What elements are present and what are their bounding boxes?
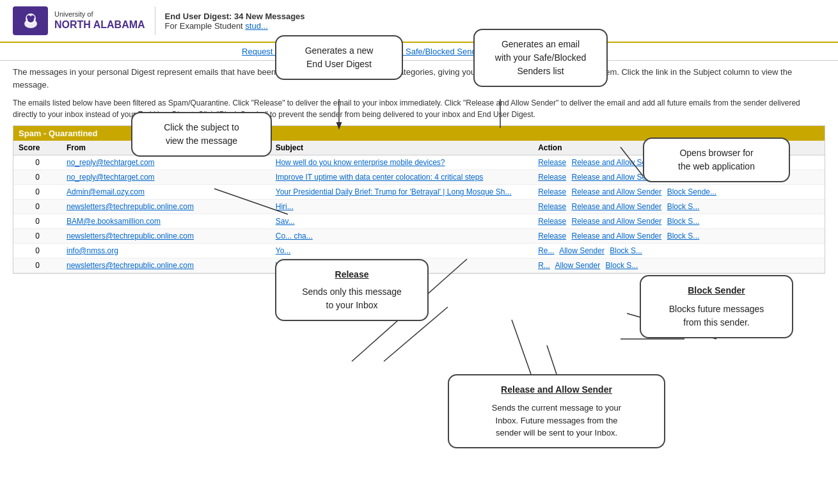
- logo-text: University of NORTH ALABAMA: [54, 10, 145, 32]
- opens-browser-text: Opens browser forthe web application: [678, 148, 755, 171]
- block-sender-text: Blocks future messagesfrom this sender.: [651, 303, 782, 329]
- action-cell: R... Allow Sender Block S...: [533, 258, 825, 273]
- from-link[interactable]: newsletters@techrepublic.online.com: [67, 232, 194, 240]
- score-cell: 0: [13, 170, 61, 185]
- release-allow-text: Sends the current message to yourInbox. …: [459, 402, 654, 439]
- score-cell: 0: [13, 229, 61, 244]
- release-allow-link[interactable]: Release and Allow Sender: [572, 202, 662, 211]
- from-link[interactable]: info@nmss.org: [67, 246, 118, 255]
- generates-new-callout: Generates a newEnd User Digest: [275, 35, 403, 80]
- action-cell: Release Release and Allow Sender Block S…: [533, 229, 825, 244]
- release-allow-link[interactable]: Release and Allow Sender: [572, 217, 662, 226]
- from-cell: Admin@email.ozy.com: [61, 185, 271, 200]
- subject-cell: Your Presidential Daily Brief: Trump for…: [271, 185, 533, 200]
- score-cell: 0: [13, 155, 61, 170]
- table-row: 0Admin@email.ozy.comYour Presidential Da…: [13, 185, 825, 200]
- header-info: End User Digest: 34 New Messages For Exa…: [165, 12, 305, 31]
- from-cell: newsletters@techrepublic.online.com: [61, 258, 271, 273]
- digest-sub: For Example Student stud...: [165, 21, 305, 31]
- score-cell: 0: [13, 185, 61, 200]
- subject-cell: Yo...: [271, 244, 533, 258]
- subject-cell: Improve IT uptime with data center coloc…: [271, 170, 533, 185]
- opens-browser-callout: Opens browser forthe web application: [643, 138, 790, 182]
- subject-link[interactable]: How well do you know enterprise mobile d…: [276, 158, 445, 167]
- col-score: Score: [13, 141, 61, 155]
- score-cell: 0: [13, 200, 61, 214]
- release-link[interactable]: Release: [538, 158, 566, 167]
- subject-link[interactable]: Sav...: [276, 217, 295, 226]
- svg-line-13: [512, 320, 531, 374]
- generates-email-text: Generates an emailwith your Safe/Blocked…: [495, 39, 586, 76]
- action-cell: Re... Allow Sender Block S...: [533, 244, 825, 258]
- release-allow-link[interactable]: Release and Allow Sender: [572, 187, 662, 196]
- svg-line-12: [547, 345, 557, 374]
- release-title: Release: [287, 268, 417, 281]
- release-allow-link[interactable]: Release and Allow Sender: [572, 232, 662, 240]
- table-row: 0newsletters@techrepublic.online.comCo..…: [13, 229, 825, 244]
- from-cell: no_reply@techtarget.com: [61, 170, 271, 185]
- from-link[interactable]: Admin@email.ozy.com: [67, 187, 145, 196]
- release-link[interactable]: Release: [538, 173, 566, 182]
- from-cell: BAM@e.booksamillion.com: [61, 214, 271, 229]
- action-cell: Release Release and Allow Sender Block S…: [533, 200, 825, 214]
- subject-link[interactable]: Your Presidential Daily Brief: Trump for…: [276, 187, 512, 196]
- release-link[interactable]: Re...: [538, 246, 554, 255]
- north-alabama-label: NORTH ALABAMA: [54, 19, 145, 32]
- block-sender-link[interactable]: Block S...: [606, 261, 638, 270]
- release-link[interactable]: Release: [538, 232, 566, 240]
- generates-new-text: Generates a newEnd User Digest: [305, 45, 374, 69]
- block-sender-title: Block Sender: [651, 284, 782, 297]
- from-cell: info@nmss.org: [61, 244, 271, 258]
- from-cell: newsletters@techrepublic.online.com: [61, 200, 271, 214]
- score-cell: 0: [13, 258, 61, 273]
- subject-cell: Co... cha...: [271, 229, 533, 244]
- subject-link[interactable]: Improve IT uptime with data center coloc…: [276, 173, 484, 182]
- click-subject-text: Click the subject toview the message: [164, 122, 239, 146]
- col-subject: Subject: [271, 141, 533, 155]
- release-link[interactable]: Release: [538, 217, 566, 226]
- subject-link[interactable]: Co... cha...: [276, 232, 313, 240]
- subject-cell: How well do you know enterprise mobile d…: [271, 155, 533, 170]
- release-link[interactable]: R...: [538, 261, 550, 270]
- block-sender-link[interactable]: Block S...: [667, 217, 700, 226]
- subject-cell: Sav...: [271, 214, 533, 229]
- table-row: 0info@nmss.orgYo...Re... Allow Sender Bl…: [13, 244, 825, 258]
- score-cell: 0: [13, 244, 61, 258]
- from-link[interactable]: newsletters@techrepublic.online.com: [67, 202, 194, 211]
- table-row: 0newsletters@techrepublic.online.comHiri…: [13, 200, 825, 214]
- subject-link[interactable]: Hiri...: [276, 202, 294, 211]
- logo-icon: [13, 6, 48, 35]
- block-sender-link[interactable]: Block Sende...: [667, 187, 716, 196]
- header: University of NORTH ALABAMA End User Dig…: [0, 0, 838, 43]
- release-allow-link[interactable]: Allow Sender: [555, 261, 601, 270]
- subject-cell: Hiri...: [271, 200, 533, 214]
- block-sender-callout: Block Sender Blocks future messagesfrom …: [640, 275, 793, 338]
- release-callout: Release Sends only this messageto your I…: [275, 259, 429, 321]
- from-link[interactable]: BAM@e.booksamillion.com: [67, 217, 161, 226]
- svg-point-5: [28, 17, 34, 22]
- from-link[interactable]: newsletters@techrepublic.online.com: [67, 261, 194, 270]
- click-subject-callout: Click the subject toview the message: [131, 112, 272, 157]
- from-cell: newsletters@techrepublic.online.com: [61, 229, 271, 244]
- description-2: The emails listed below have been filter…: [0, 96, 838, 125]
- block-sender-link[interactable]: Block S...: [610, 246, 642, 255]
- generates-email-callout: Generates an emailwith your Safe/Blocked…: [473, 29, 608, 87]
- logo-area: University of NORTH ALABAMA: [13, 6, 155, 35]
- from-link[interactable]: no_reply@techtarget.com: [67, 158, 155, 167]
- action-cell: Release Release and Allow Sender Block S…: [533, 214, 825, 229]
- release-link[interactable]: Release: [538, 202, 566, 211]
- university-of-label: University of: [54, 10, 145, 19]
- from-cell: no_reply@techtarget.com: [61, 155, 271, 170]
- block-sender-link[interactable]: Block S...: [667, 232, 700, 240]
- release-allow-title: Release and Allow Sender: [459, 383, 654, 397]
- release-allow-link[interactable]: Allow Sender: [559, 246, 605, 255]
- subject-link[interactable]: Yo...: [276, 246, 291, 255]
- table-row: 0BAM@e.booksamillion.comSav...Release Re…: [13, 214, 825, 229]
- description-1: The messages in your personal Digest rep…: [0, 61, 838, 96]
- digest-link[interactable]: stud...: [245, 21, 267, 31]
- release-link[interactable]: Release: [538, 187, 566, 196]
- from-link[interactable]: no_reply@techtarget.com: [67, 173, 155, 182]
- block-sender-link[interactable]: Block S...: [667, 202, 700, 211]
- release-allow-callout: Release and Allow Sender Sends the curre…: [448, 374, 665, 448]
- action-cell: Release Release and Allow Sender Block S…: [533, 185, 825, 200]
